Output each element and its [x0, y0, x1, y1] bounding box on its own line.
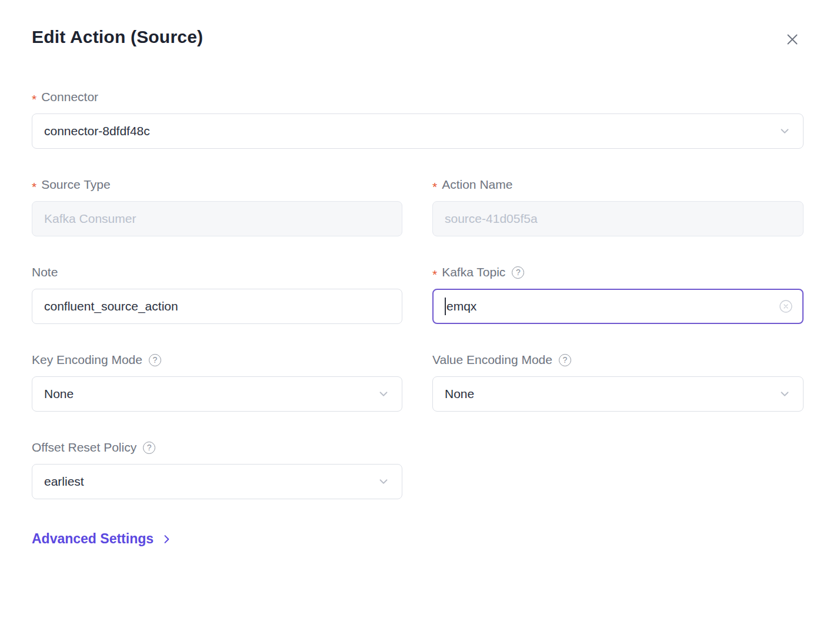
clear-icon[interactable] — [779, 299, 793, 313]
connector-select[interactable]: connector-8dfdf48c — [32, 113, 804, 149]
field-kafka-topic: * Kafka Topic ? emqx — [432, 265, 804, 324]
chevron-down-icon — [778, 388, 791, 400]
key-encoding-mode-label: Key Encoding Mode ? — [32, 352, 402, 368]
page-title: Edit Action (Source) — [32, 27, 203, 47]
source-type-input — [32, 201, 402, 236]
field-value-encoding-mode: Value Encoding Mode ? None — [432, 352, 804, 412]
chevron-down-icon — [377, 475, 390, 488]
key-encoding-mode-value: None — [44, 387, 74, 401]
required-asterisk: * — [432, 181, 437, 193]
required-asterisk: * — [32, 181, 36, 193]
key-encoding-mode-select[interactable]: None — [32, 376, 402, 412]
help-icon[interactable]: ? — [143, 442, 155, 454]
kafka-topic-input[interactable]: emqx — [432, 289, 804, 324]
required-asterisk: * — [32, 93, 36, 105]
close-button[interactable] — [781, 28, 804, 51]
kafka-topic-value: emqx — [446, 299, 476, 313]
field-connector: * Connector connector-8dfdf48c — [32, 89, 804, 149]
field-source-type: * Source Type — [32, 177, 402, 236]
chevron-down-icon — [778, 125, 791, 138]
help-icon[interactable]: ? — [559, 354, 571, 366]
value-encoding-mode-label: Value Encoding Mode ? — [432, 352, 804, 368]
connector-label: * Connector — [32, 89, 804, 105]
chevron-down-icon — [377, 388, 390, 400]
value-encoding-mode-value: None — [445, 387, 474, 401]
offset-reset-policy-select[interactable]: earliest — [32, 464, 402, 499]
connector-select-value: connector-8dfdf48c — [44, 124, 150, 138]
form-row: * Source Type * Action Name — [32, 177, 804, 265]
help-icon[interactable]: ? — [149, 354, 161, 366]
action-name-label: * Action Name — [432, 177, 804, 192]
field-offset-reset-policy: Offset Reset Policy ? earliest — [32, 440, 402, 499]
value-encoding-mode-select[interactable]: None — [432, 376, 804, 412]
field-action-name: * Action Name — [432, 177, 804, 236]
advanced-settings-link[interactable]: Advanced Settings — [32, 531, 172, 547]
form-row: Key Encoding Mode ? None Value Encoding … — [32, 352, 804, 440]
note-input[interactable] — [32, 289, 402, 324]
action-name-input — [432, 201, 804, 236]
field-note: Note — [32, 265, 402, 324]
kafka-topic-label: * Kafka Topic ? — [432, 265, 804, 280]
note-label: Note — [32, 265, 402, 280]
text-caret — [445, 298, 446, 315]
help-icon[interactable]: ? — [512, 266, 524, 279]
edit-action-dialog: Edit Action (Source) * Connector connect… — [0, 0, 840, 547]
source-type-label: * Source Type — [32, 177, 402, 192]
field-key-encoding-mode: Key Encoding Mode ? None — [32, 352, 402, 412]
offset-reset-policy-label: Offset Reset Policy ? — [32, 440, 402, 455]
empty-cell — [432, 440, 804, 527]
close-icon — [784, 31, 801, 48]
dialog-header: Edit Action (Source) — [32, 27, 804, 51]
form-row: Offset Reset Policy ? earliest — [32, 440, 804, 527]
form-row: Note * Kafka Topic ? emqx — [32, 265, 804, 352]
offset-reset-policy-value: earliest — [44, 475, 84, 489]
chevron-right-icon — [161, 533, 172, 545]
edit-action-form: * Connector connector-8dfdf48c * Source … — [32, 89, 804, 547]
required-asterisk: * — [432, 268, 437, 280]
